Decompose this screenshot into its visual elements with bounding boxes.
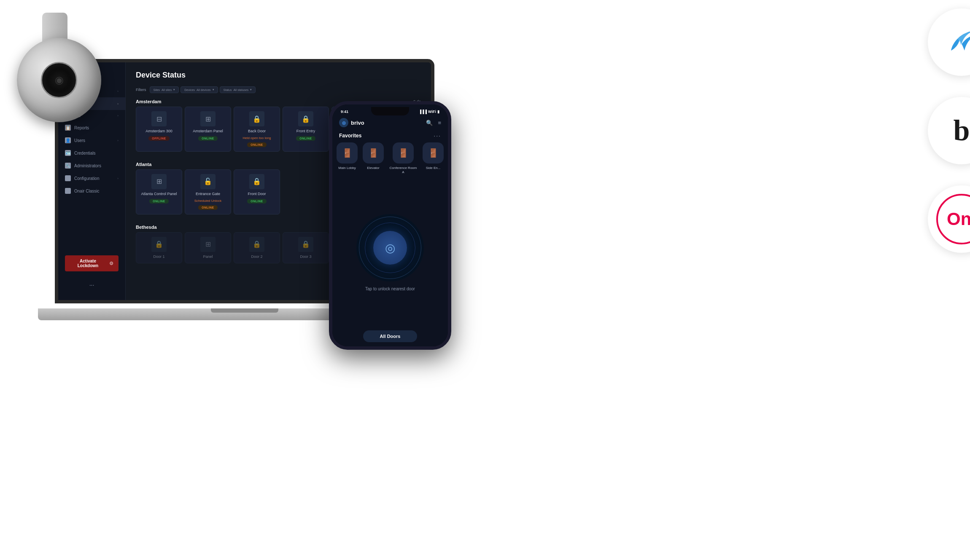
front-entry-status: ONLINE: [296, 136, 315, 141]
amsterdam-300-icon: ⊟: [151, 111, 167, 126]
on-text: On.: [947, 209, 970, 229]
unlock-outer-ring: ◎: [356, 214, 424, 281]
devices-filter[interactable]: Devices All devices ▾: [181, 86, 218, 93]
amsterdam-panel-icon: ⊞: [200, 111, 216, 126]
phone-screen: 9:41 ▐▐▐ WiFi ▮ ◎ brivo 🔍 ≡: [332, 104, 448, 346]
security-camera: [0, 13, 143, 190]
camera-dome: [17, 38, 101, 122]
atlanta-panel-icon: ⊞: [151, 174, 167, 189]
logo-on: On.: [928, 185, 970, 253]
phone-header-icons: 🔍 ≡: [426, 120, 441, 126]
favorites-title: Favorites: [339, 133, 361, 139]
back-door-icon: 🔒: [249, 111, 264, 126]
fav-conference-room-a[interactable]: 🚪 Conference Room A: [388, 142, 418, 174]
signal-icon: ▐▐▐: [419, 110, 427, 114]
search-icon[interactable]: 🔍: [426, 120, 433, 126]
sites-filter[interactable]: Sites All sites ▾: [150, 86, 179, 93]
front-door-name: Front Door: [248, 192, 266, 196]
status-filter-chevron: ▾: [250, 88, 252, 91]
conference-room-a-label: Conference Room A: [388, 166, 418, 174]
phone-bezel: 9:41 ▐▐▐ WiFi ▮ ◎ brivo 🔍 ≡: [329, 101, 451, 350]
atlanta-panel-status: ONLINE: [149, 199, 168, 204]
back-door-sub: Held open too long: [242, 136, 271, 140]
side-en-icon: 🚪: [423, 142, 444, 163]
fav-main-lobby[interactable]: 🚪 Main Lobby: [336, 142, 358, 174]
entrance-gate-name: Entrance Gate: [196, 192, 220, 196]
bamboo-b-text: b: [954, 116, 970, 145]
unlock-label: Tap to unlock nearest door: [365, 287, 415, 291]
lockdown-gear-icon: ⚙: [109, 261, 113, 266]
elevator-icon: 🚪: [363, 142, 384, 163]
phone-status-icons: ▐▐▐ WiFi ▮: [419, 110, 439, 114]
main-lobby-icon: 🚪: [337, 142, 358, 163]
brivo-logo-icon: ◎: [339, 118, 348, 127]
devices-filter-chevron: ▾: [213, 88, 214, 91]
amsterdam-300-name: Amsterdam 300: [146, 129, 172, 134]
bethesda-d4-icon: 🔒: [298, 237, 313, 252]
phone: 9:41 ▐▐▐ WiFi ▮ ◎ brivo 🔍 ≡: [329, 101, 451, 350]
status-filter[interactable]: Status All statuses ▾: [220, 86, 256, 93]
bethesda-device-3[interactable]: 🔒 Door 2: [234, 232, 280, 264]
phone-notch: [371, 107, 409, 115]
all-doors-button[interactable]: All Doors: [363, 330, 418, 342]
fav-elevator[interactable]: 🚪 Elevator: [362, 142, 385, 174]
amsterdam-300-status: OFFLINE: [148, 136, 169, 141]
fav-side-en[interactable]: 🚪 Side En...: [422, 142, 445, 174]
unlock-button[interactable]: ◎: [373, 231, 407, 265]
page-title: Device Status: [126, 62, 431, 84]
sites-filter-chevron: ▾: [173, 88, 175, 91]
front-entry-name: Front Entry: [296, 129, 315, 134]
bethesda-d1-icon: 🔒: [151, 237, 167, 252]
logo-bamboo: b •: [928, 97, 970, 164]
entrance-gate-sub: Scheduled Unlock: [194, 199, 221, 203]
atlanta-panel-name: Atlanta Control Panel: [141, 192, 177, 196]
back-door-status: ONLINE: [247, 142, 266, 147]
bethesda-d2-name: Panel: [203, 255, 213, 259]
device-front-door[interactable]: 🔒 Front Door ONLINE: [234, 169, 280, 214]
menu-icon[interactable]: ≡: [438, 120, 441, 126]
conference-room-a-icon: 🚪: [393, 142, 414, 163]
device-entrance-gate[interactable]: 🔓 Entrance Gate Scheduled Unlock ONLINE: [185, 169, 231, 214]
phone-logo: ◎ brivo: [339, 118, 364, 127]
bethesda-device-1[interactable]: 🔒 Door 1: [136, 232, 182, 264]
wifi-icon: WiFi: [428, 110, 436, 114]
entrance-gate-status: ONLINE: [198, 205, 217, 210]
front-door-status: ONLINE: [247, 199, 266, 204]
device-back-door[interactable]: 🔒 Back Door Held open too long ONLINE: [234, 107, 280, 152]
camera-body: [17, 38, 118, 122]
favorites-dots: ···: [434, 132, 441, 139]
bird-svg: [943, 23, 970, 61]
device-amsterdam-panel[interactable]: ⊞ Amsterdam Panel ONLINE: [185, 107, 231, 152]
elevator-label: Elevator: [367, 166, 379, 170]
on-circle: On.: [936, 194, 970, 244]
bethesda-d3-name: Door 2: [251, 255, 262, 259]
bethesda-name: Bethesda: [136, 225, 157, 230]
amsterdam-panel-status: ONLINE: [198, 136, 217, 141]
main-lobby-label: Main Lobby: [338, 166, 356, 170]
phone-favorites-header: Favorites ···: [332, 131, 448, 142]
device-front-entry[interactable]: 🔒 Front Entry ONLINE: [283, 107, 329, 152]
phone-header: ◎ brivo 🔍 ≡: [332, 115, 448, 131]
bethesda-d1-name: Door 1: [153, 255, 164, 259]
front-door-icon: 🔒: [249, 174, 264, 189]
back-door-name: Back Door: [248, 129, 266, 134]
bethesda-device-2[interactable]: ⊞ Panel: [185, 232, 231, 264]
phone-all-doors: All Doors: [332, 326, 448, 346]
phone-time: 9:41: [341, 110, 348, 114]
unlock-icon: ◎: [385, 241, 395, 255]
side-en-label: Side En...: [426, 166, 441, 170]
bethesda-d3-icon: 🔒: [249, 237, 264, 252]
activate-lockdown-button[interactable]: Activate Lockdown ⚙: [65, 255, 119, 271]
bethesda-device-4[interactable]: 🔒 Door 3: [283, 232, 329, 264]
phone-favorites-grid: 🚪 Main Lobby 🚪 Elevator 🚪 Conference Roo…: [332, 142, 448, 179]
front-entry-icon: 🔒: [298, 111, 313, 126]
battery-icon: ▮: [437, 110, 439, 114]
sidebar-dots: ···: [58, 278, 125, 292]
phone-unlock-area: ◎ Tap to unlock nearest door: [332, 179, 448, 326]
filters-bar: Filters Sites All sites ▾ Devices All de…: [126, 84, 431, 96]
entrance-gate-icon: 🔓: [200, 174, 216, 189]
amsterdam-panel-name: Amsterdam Panel: [193, 129, 223, 134]
bethesda-d2-icon: ⊞: [200, 237, 216, 252]
bethesda-d4-name: Door 3: [300, 255, 311, 259]
logo-brivo-bird: [928, 8, 970, 76]
